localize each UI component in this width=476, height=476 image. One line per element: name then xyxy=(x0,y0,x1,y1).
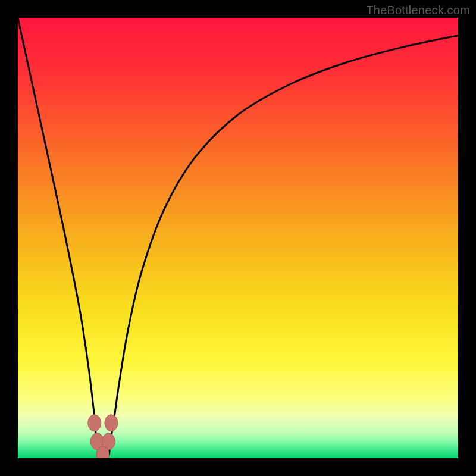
curve-layer xyxy=(18,18,458,458)
chart-frame: TheBottleneck.com xyxy=(0,0,476,476)
left-top-marker xyxy=(88,415,101,431)
watermark-text: TheBottleneck.com xyxy=(366,4,470,17)
bottleneck-curve xyxy=(18,18,458,458)
plot-area xyxy=(18,18,458,458)
minimum-markers xyxy=(88,415,118,458)
right-top-marker xyxy=(105,415,118,431)
